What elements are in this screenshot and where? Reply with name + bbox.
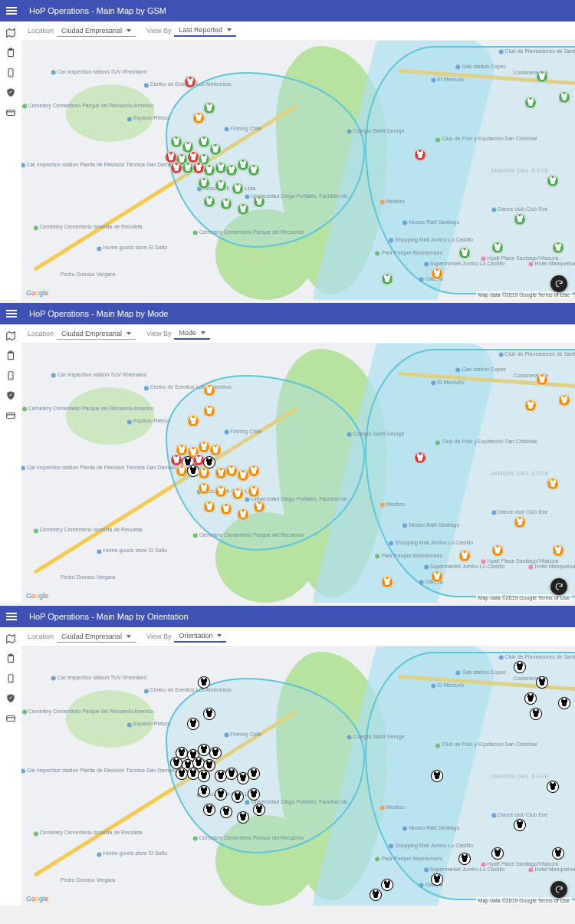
bunny-marker-icon[interactable] — [458, 853, 471, 865]
bunny-marker-icon[interactable] — [458, 247, 471, 259]
map-viewport[interactable]: Centro de Eventos Los AlmendrosCar inspe… — [21, 41, 575, 300]
bunny-marker-icon[interactable] — [558, 697, 570, 709]
bunny-marker-icon[interactable] — [524, 400, 537, 412]
map-attribution[interactable]: Map data ©2019 Google Terms of Use — [476, 594, 572, 601]
bunny-marker-icon[interactable] — [536, 676, 548, 689]
bunny-marker-icon[interactable] — [198, 441, 210, 453]
bunny-marker-icon[interactable] — [248, 768, 260, 780]
bunny-marker-icon[interactable] — [203, 405, 215, 417]
bunny-marker-icon[interactable] — [552, 847, 564, 860]
bunny-marker-icon[interactable] — [237, 508, 249, 521]
map-viewport[interactable]: Centro de Eventos Los AlmendrosCar inspe… — [21, 646, 575, 906]
bunny-marker-icon[interactable] — [536, 373, 548, 386]
bunny-marker-icon[interactable] — [198, 177, 210, 189]
bunny-marker-icon[interactable] — [215, 485, 227, 498]
device-icon[interactable] — [5, 370, 16, 381]
bunny-marker-icon[interactable] — [198, 467, 210, 479]
bunny-marker-icon[interactable] — [237, 203, 249, 215]
viewby-select[interactable]: Orientation — [174, 630, 226, 643]
bunny-marker-icon[interactable] — [209, 747, 222, 759]
bunny-marker-icon[interactable] — [514, 213, 526, 225]
bunny-marker-icon[interactable] — [209, 444, 222, 456]
bunny-marker-icon[interactable] — [203, 102, 215, 114]
hamburger-icon[interactable] — [6, 7, 20, 15]
bunny-marker-icon[interactable] — [514, 516, 526, 528]
bunny-marker-icon[interactable] — [524, 97, 537, 109]
bunny-marker-icon[interactable] — [431, 873, 443, 886]
bunny-marker-icon[interactable] — [198, 676, 210, 689]
hamburger-icon[interactable] — [6, 310, 20, 317]
bunny-marker-icon[interactable] — [552, 544, 564, 557]
map-icon[interactable] — [5, 633, 16, 644]
bunny-marker-icon[interactable] — [558, 91, 570, 104]
bunny-marker-icon[interactable] — [232, 488, 244, 500]
bunny-marker-icon[interactable] — [198, 770, 210, 782]
bunny-marker-icon[interactable] — [203, 196, 215, 208]
bunny-marker-icon[interactable] — [491, 544, 504, 557]
bunny-marker-icon[interactable] — [524, 692, 537, 705]
bunny-marker-icon[interactable] — [547, 175, 559, 187]
bunny-marker-icon[interactable] — [514, 819, 526, 831]
bunny-marker-icon[interactable] — [248, 164, 260, 176]
bunny-marker-icon[interactable] — [370, 889, 382, 901]
bunny-marker-icon[interactable] — [253, 501, 265, 513]
bunny-marker-icon[interactable] — [203, 708, 215, 720]
bunny-marker-icon[interactable] — [431, 770, 443, 782]
refresh-button[interactable] — [550, 275, 567, 292]
bunny-marker-icon[interactable] — [458, 550, 471, 562]
device-icon[interactable] — [5, 673, 16, 684]
bunny-marker-icon[interactable] — [514, 661, 526, 673]
bunny-marker-icon[interactable] — [198, 744, 210, 756]
bunny-marker-icon[interactable] — [248, 788, 260, 801]
bunny-marker-icon[interactable] — [253, 196, 265, 208]
bunny-marker-icon[interactable] — [203, 804, 215, 816]
card-icon[interactable] — [5, 107, 16, 118]
bunny-marker-icon[interactable] — [220, 503, 232, 515]
bunny-marker-icon[interactable] — [215, 788, 227, 801]
bunny-marker-icon[interactable] — [248, 465, 260, 477]
bunny-marker-icon[interactable] — [253, 804, 265, 816]
bunny-marker-icon[interactable] — [198, 136, 210, 148]
bunny-marker-icon[interactable] — [431, 268, 443, 280]
bunny-marker-icon[interactable] — [536, 71, 548, 83]
hamburger-icon[interactable] — [6, 613, 20, 620]
bunny-marker-icon[interactable] — [203, 384, 215, 396]
bunny-marker-icon[interactable] — [187, 465, 199, 477]
shield-icon[interactable] — [5, 87, 16, 98]
bunny-marker-icon[interactable] — [198, 785, 210, 797]
shield-icon[interactable] — [5, 390, 16, 401]
bunny-marker-icon[interactable] — [220, 198, 232, 210]
clipboard-icon[interactable] — [5, 48, 16, 58]
location-select[interactable]: Ciudad Empresarial — [57, 328, 136, 340]
location-select[interactable]: Ciudad Empresarial — [57, 25, 136, 37]
bunny-marker-icon[interactable] — [491, 242, 504, 254]
card-icon[interactable] — [5, 713, 16, 724]
bunny-marker-icon[interactable] — [552, 242, 564, 254]
map-icon[interactable] — [5, 28, 16, 38]
map-attribution[interactable]: Map data ©2019 Google Terms of Use — [476, 291, 572, 298]
bunny-marker-icon[interactable] — [237, 811, 249, 824]
bunny-marker-icon[interactable] — [184, 76, 196, 88]
bunny-marker-icon[interactable] — [431, 571, 443, 583]
device-icon[interactable] — [5, 67, 16, 78]
bunny-marker-icon[interactable] — [215, 179, 227, 192]
viewby-select[interactable]: Last Reported — [174, 25, 236, 37]
bunny-marker-icon[interactable] — [192, 162, 205, 174]
refresh-button[interactable] — [550, 578, 567, 595]
bunny-marker-icon[interactable] — [558, 394, 570, 406]
bunny-marker-icon[interactable] — [547, 478, 559, 490]
bunny-marker-icon[interactable] — [232, 182, 244, 195]
bunny-marker-icon[interactable] — [414, 452, 426, 464]
bunny-marker-icon[interactable] — [414, 149, 426, 161]
bunny-marker-icon[interactable] — [381, 879, 393, 891]
bunny-marker-icon[interactable] — [232, 791, 244, 803]
bunny-marker-icon[interactable] — [220, 806, 232, 818]
bunny-marker-icon[interactable] — [547, 781, 559, 793]
map-icon[interactable] — [5, 330, 16, 341]
bunny-marker-icon[interactable] — [530, 708, 542, 720]
bunny-marker-icon[interactable] — [491, 847, 504, 860]
card-icon[interactable] — [5, 410, 16, 421]
refresh-button[interactable] — [550, 881, 567, 898]
bunny-marker-icon[interactable] — [381, 576, 393, 588]
location-select[interactable]: Ciudad Empresarial — [57, 631, 136, 643]
